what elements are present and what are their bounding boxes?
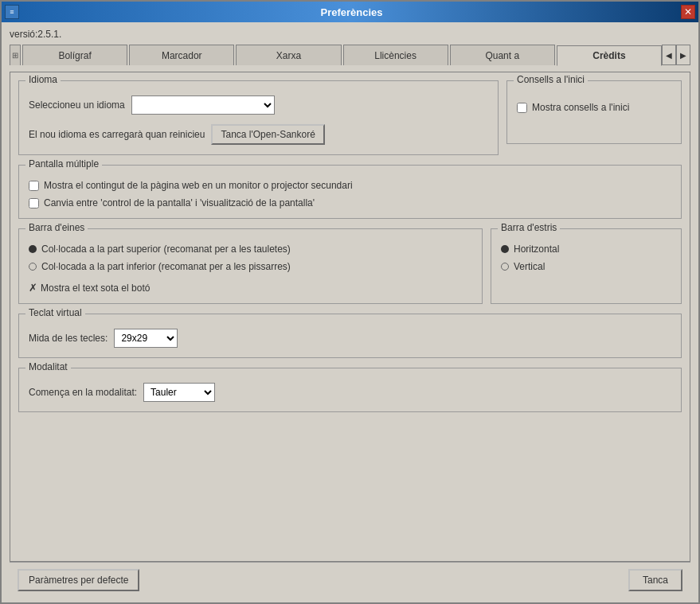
teclat-mida-row: Mida de les tecles: 29x29 32x32 24x24 bbox=[29, 329, 671, 348]
content-area: Idioma Seleccioneu un idioma El nou idio… bbox=[10, 72, 690, 562]
consells-checkbox-row: Mostra consells a l'inici bbox=[517, 102, 671, 113]
pantalla-title: Pantalla múltiple bbox=[25, 158, 102, 170]
idioma-select-row: Seleccioneu un idioma bbox=[29, 95, 488, 115]
radio-empty-icon bbox=[29, 263, 37, 271]
radio-vertical-empty-icon bbox=[501, 263, 509, 271]
bottom-bar: Paràmetres per defecte Tanca bbox=[10, 562, 690, 596]
window-title: Preferències bbox=[22, 6, 681, 18]
tab-indicator: ⊞ bbox=[10, 45, 21, 65]
version-label: versió:2.5.1. bbox=[10, 29, 690, 40]
tab-credits[interactable]: Crèdits bbox=[557, 45, 662, 66]
tab-quant-a[interactable]: Quant a bbox=[450, 45, 555, 65]
tanca-bottom-button[interactable]: Tanca bbox=[628, 569, 682, 591]
consells-checkbox[interactable] bbox=[517, 103, 527, 113]
barra-eines-radio1-row: Col·locada a la part superior (recomanat… bbox=[29, 244, 472, 255]
tab-marcador[interactable]: Marcador bbox=[129, 45, 234, 65]
barra-estris-radio2-label: Vertical bbox=[514, 261, 545, 272]
teclat-mida-select[interactable]: 29x29 32x32 24x24 bbox=[114, 329, 178, 348]
teclat-title: Teclat virtual bbox=[25, 307, 85, 318]
idioma-section: Idioma Seleccioneu un idioma El nou idio… bbox=[18, 80, 499, 165]
tanca-button[interactable]: Tanca l'Open-Sankoré bbox=[211, 124, 324, 145]
main-window: ≡ Preferències ✕ versió:2.5.1. ⊞ Bolígra… bbox=[0, 0, 700, 604]
consells-section: Consells a l'inici Mostra consells a l'i… bbox=[506, 80, 682, 165]
barra-estris-title: Barra d'estris bbox=[498, 222, 560, 233]
consells-checkbox-label: Mostra consells a l'inici bbox=[532, 102, 629, 113]
barra-eines-group: Barra d'eines Col·locada a la part super… bbox=[18, 228, 483, 304]
tab-xarxa[interactable]: Xarxa bbox=[236, 45, 341, 65]
app-icon: ≡ bbox=[5, 5, 19, 19]
tab-scroll-right[interactable]: ▶ bbox=[676, 45, 690, 65]
barra-estris-radio2-row: Vertical bbox=[501, 261, 671, 272]
idioma-group: Idioma Seleccioneu un idioma El nou idio… bbox=[18, 80, 499, 155]
consells-title: Consells a l'inici bbox=[514, 74, 588, 85]
barres-row: Barra d'eines Col·locada a la part super… bbox=[18, 228, 682, 304]
idioma-info-text: El nou idioma es carregarà quan reinicie… bbox=[29, 129, 205, 140]
pantalla-checkbox2-label: Canvia entre 'control de la pantalla' i … bbox=[44, 197, 315, 208]
checkbox-cross-icon: ✗ bbox=[29, 282, 37, 294]
pantalla-checkbox2[interactable] bbox=[29, 198, 39, 208]
modalitat-group: Modalitat Comença en la modalitat: Taule… bbox=[18, 368, 682, 412]
teclat-mida-label: Mida de les tecles: bbox=[29, 333, 108, 344]
tab-boligraf[interactable]: Bolígraf bbox=[22, 45, 127, 65]
teclat-group: Teclat virtual Mida de les tecles: 29x29… bbox=[18, 314, 682, 358]
barra-eines-checkbox-label: Mostra el text sota el botó bbox=[41, 283, 150, 294]
barra-estris-group: Barra d'estris Horitzontal Vertical bbox=[491, 228, 682, 304]
pantalla-checkbox1-row: Mostra el contingut de la pàgina web en … bbox=[29, 180, 671, 191]
radio-horitzontal-filled-icon bbox=[501, 245, 509, 253]
modalitat-title: Modalitat bbox=[25, 361, 71, 372]
title-bar: ≡ Preferències ✕ bbox=[2, 2, 698, 22]
modalitat-select[interactable]: Tauler Document Tutorial bbox=[143, 383, 215, 402]
radio-filled-icon bbox=[29, 245, 37, 253]
pantalla-checkbox1-label: Mostra el contingut de la pàgina web en … bbox=[44, 180, 353, 191]
modalitat-row: Comença en la modalitat: Tauler Document… bbox=[29, 383, 671, 402]
barra-estris-radio1-label: Horitzontal bbox=[514, 244, 559, 255]
barra-eines-checkbox-row: ✗ Mostra el text sota el botó bbox=[29, 282, 472, 294]
tabs-bar: ⊞ Bolígraf Marcador Xarxa Llicències Qua… bbox=[10, 45, 690, 65]
window-body: versió:2.5.1. ⊞ Bolígraf Marcador Xarxa … bbox=[2, 22, 698, 602]
tab-scroll-left[interactable]: ◀ bbox=[662, 45, 676, 65]
idioma-consells-row: Idioma Seleccioneu un idioma El nou idio… bbox=[18, 80, 682, 165]
barra-eines-radio2-row: Col·locada a la part inferior (recomanat… bbox=[29, 261, 472, 272]
barra-eines-title: Barra d'eines bbox=[25, 222, 88, 233]
pantalla-checkbox2-row: Canvia entre 'control de la pantalla' i … bbox=[29, 197, 671, 208]
defaults-button[interactable]: Paràmetres per defecte bbox=[18, 569, 139, 591]
idioma-info-row: El nou idioma es carregarà quan reinicie… bbox=[29, 124, 488, 145]
idioma-title: Idioma bbox=[25, 74, 61, 85]
idioma-select[interactable] bbox=[131, 95, 275, 115]
pantalla-group: Pantalla múltiple Mostra el contingut de… bbox=[18, 165, 682, 219]
modalitat-label: Comença en la modalitat: bbox=[29, 387, 137, 398]
idioma-select-label: Seleccioneu un idioma bbox=[29, 99, 125, 111]
pantalla-checkbox1[interactable] bbox=[29, 181, 39, 191]
barra-eines-radio2-label: Col·locada a la part inferior (recomanat… bbox=[41, 261, 291, 272]
tab-llicencies[interactable]: Llicències bbox=[343, 45, 448, 65]
consells-group: Consells a l'inici Mostra consells a l'i… bbox=[506, 80, 682, 144]
close-button[interactable]: ✕ bbox=[681, 5, 695, 19]
barra-eines-radio1-label: Col·locada a la part superior (recomanat… bbox=[41, 244, 291, 255]
barra-estris-radio1-row: Horitzontal bbox=[501, 244, 671, 255]
tabs-container: Bolígraf Marcador Xarxa Llicències Quant… bbox=[22, 45, 662, 65]
